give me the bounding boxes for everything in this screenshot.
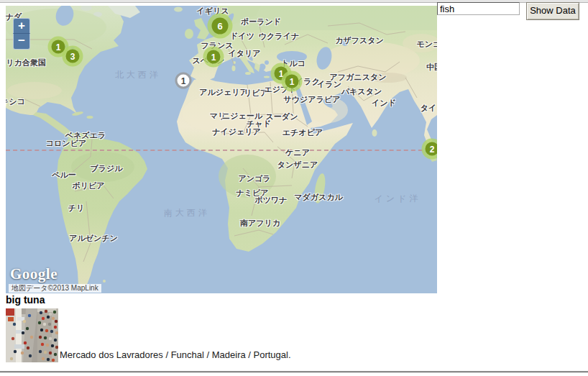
map-place-label: アルジェリア	[199, 87, 248, 98]
map-place-label: モンゴル	[416, 39, 437, 50]
result-photo[interactable]	[6, 308, 58, 362]
map-place-label: エチオピア	[282, 127, 323, 138]
result-row: Mercado dos Lavradores / Funchal / Madei…	[6, 308, 291, 362]
map-cluster-marker[interactable]: 1	[178, 75, 190, 87]
map-place-label: イタリア	[228, 48, 260, 59]
bottom-divider	[0, 371, 588, 373]
map-place-label: ポーランド	[241, 17, 281, 27]
map-place-label: ボリビア	[72, 180, 104, 191]
map-cluster-marker[interactable]: 3	[66, 50, 80, 63]
map-place-label: カザフスタン	[335, 35, 384, 46]
search-input[interactable]	[437, 2, 520, 15]
map-place-label: 中国	[426, 62, 437, 73]
map-place-label: インド洋	[375, 193, 421, 205]
map-place-label: イラク	[295, 76, 320, 87]
map-cluster-marker[interactable]: 1	[285, 75, 299, 88]
show-data-button[interactable]: Show Data	[526, 2, 579, 20]
map-place-label: サウジアラビア	[284, 94, 341, 105]
map-place-label: ブラジル	[90, 163, 122, 174]
equator-dashed-line	[6, 150, 437, 151]
map-place-label: リカ合衆国	[6, 58, 46, 68]
result-caption: Mercado dos Lavradores / Funchal / Madei…	[60, 349, 291, 362]
map-place-label: 南アフリカ	[240, 218, 280, 229]
map-place-label: タイ	[421, 103, 437, 114]
map-place-label: 北大西洋	[115, 69, 161, 81]
map-cluster-marker[interactable]: 1	[207, 50, 221, 64]
map-place-label: インド	[372, 98, 396, 109]
map-place-label: ウクライナ	[259, 31, 299, 42]
map-canvas[interactable]: ナダリカ合衆国キシコイギリスポーランドドイツウクライナフランスイタリアスペイント…	[6, 6, 437, 293]
map-place-label: イラン	[317, 79, 341, 90]
map-place-label: コロンビア	[46, 138, 86, 149]
map-place-label: ペルー	[52, 170, 76, 180]
map-attribution: 地図データ©2013 MapLink	[9, 284, 101, 293]
map-place-label: ボツワナ	[254, 195, 287, 206]
map-place-label: ナイジェリア	[212, 127, 261, 137]
map-place-label: アンゴラ	[238, 173, 270, 184]
result-title: big tuna	[6, 294, 45, 306]
map-zoom-control: + −	[13, 18, 30, 50]
map-place-label: キシコ	[6, 96, 25, 107]
map-place-label: ケニア	[285, 147, 310, 158]
map-cluster-marker[interactable]: 6	[212, 18, 229, 35]
google-logo[interactable]: Google	[10, 265, 58, 283]
map-cluster-marker[interactable]: 1	[52, 40, 65, 54]
map-place-label: マダガスカル	[294, 192, 343, 203]
map-place-label: チリ	[68, 203, 85, 214]
map-place-label: ドイツ	[230, 31, 254, 42]
zoom-in-button[interactable]: +	[13, 18, 30, 34]
map-place-label: パキスタン	[341, 86, 382, 97]
map-place-label: 南大西洋	[164, 207, 210, 219]
map-place-label: アルゼンチン	[69, 233, 118, 244]
map-place-label: タンザニア	[277, 160, 318, 170]
zoom-out-button[interactable]: −	[13, 34, 30, 50]
page: ナダリカ合衆国キシコイギリスポーランドドイツウクライナフランスイタリアスペイント…	[0, 0, 588, 376]
map-place-label: イギリス	[196, 6, 229, 17]
map-cluster-marker[interactable]: 2	[426, 142, 438, 156]
